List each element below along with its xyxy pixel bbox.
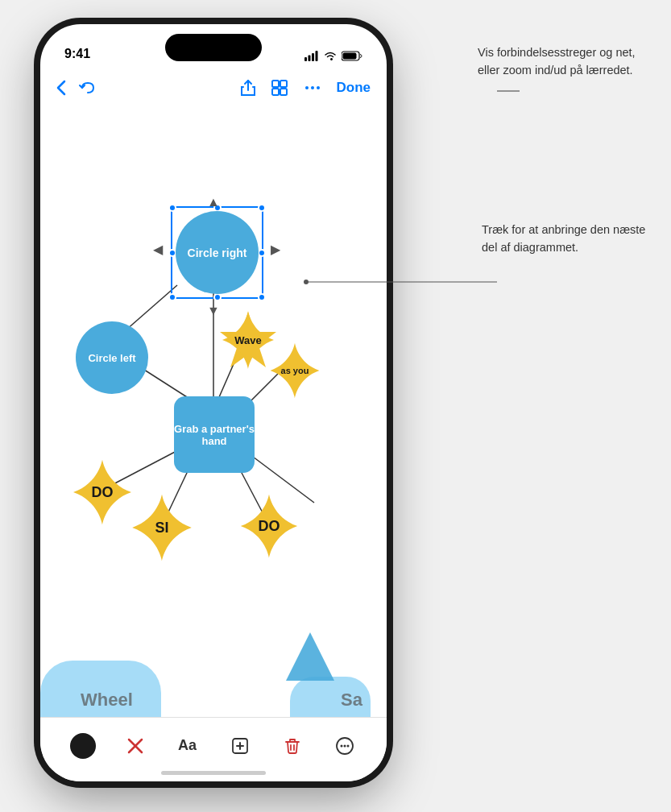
svg-rect-8 — [272, 89, 279, 95]
drag-arrow-right: ▶ — [271, 242, 280, 257]
undo-button[interactable] — [79, 80, 97, 96]
node-do2[interactable]: DO — [234, 491, 304, 561]
drag-arrow-top: ▲ — [207, 195, 220, 209]
svg-point-12 — [317, 86, 320, 89]
svg-rect-3 — [316, 51, 318, 61]
back-button[interactable] — [56, 80, 66, 96]
bottom-scene: Wheel Sa — [40, 620, 387, 717]
svg-rect-7 — [280, 81, 287, 87]
canvas-area: ▲ ▼ ◀ ▶ Circle right Circle left — [40, 108, 387, 717]
handle-bl — [168, 293, 176, 301]
more-options-button[interactable] — [327, 728, 362, 764]
svg-marker-22 — [286, 632, 334, 681]
draw-button[interactable] — [65, 728, 101, 764]
svg-rect-5 — [343, 53, 357, 60]
svg-point-31 — [346, 744, 349, 747]
node-as-you[interactable]: as you — [264, 340, 325, 401]
delete-button[interactable] — [275, 728, 310, 764]
node-si[interactable]: SI — [125, 491, 199, 565]
toolbar: Done — [40, 68, 387, 108]
signal-icon — [304, 51, 319, 61]
share-button[interactable] — [240, 79, 256, 97]
battery-icon — [342, 51, 362, 61]
svg-point-11 — [311, 86, 314, 89]
svg-point-30 — [343, 744, 346, 747]
handle-tr — [258, 204, 266, 212]
node-circle-right[interactable]: Circle right — [176, 211, 259, 294]
handle-tl — [168, 204, 176, 212]
tooltip-1: Vis forbindelsesstreger og net, eller zo… — [478, 44, 651, 80]
svg-rect-1 — [309, 56, 311, 62]
more-button[interactable] — [303, 78, 322, 97]
tooltip-2: Træk for at anbringe den næste del af di… — [482, 222, 651, 257]
status-time: 9:41 — [64, 47, 90, 61]
svg-point-10 — [305, 86, 309, 89]
home-indicator — [161, 771, 266, 775]
insert-button[interactable] — [222, 728, 258, 764]
drag-arrow-left: ◀ — [153, 242, 163, 257]
svg-point-29 — [340, 744, 342, 747]
svg-rect-9 — [280, 89, 287, 95]
svg-rect-0 — [304, 57, 307, 61]
node-grab[interactable]: Grab a partner's hand — [174, 396, 255, 473]
pen-tool-button[interactable] — [118, 728, 153, 764]
done-button[interactable]: Done — [337, 80, 371, 96]
dynamic-island — [165, 34, 262, 61]
text-button[interactable]: Aa — [170, 728, 205, 764]
svg-rect-2 — [312, 53, 314, 61]
svg-rect-6 — [272, 81, 279, 87]
wifi-icon — [324, 52, 337, 61]
handle-mr — [258, 249, 266, 257]
handle-br — [258, 293, 266, 301]
status-icons — [304, 51, 362, 61]
format-button[interactable] — [271, 79, 288, 97]
node-circle-left[interactable]: Circle left — [76, 321, 148, 394]
handle-bc — [213, 293, 222, 301]
